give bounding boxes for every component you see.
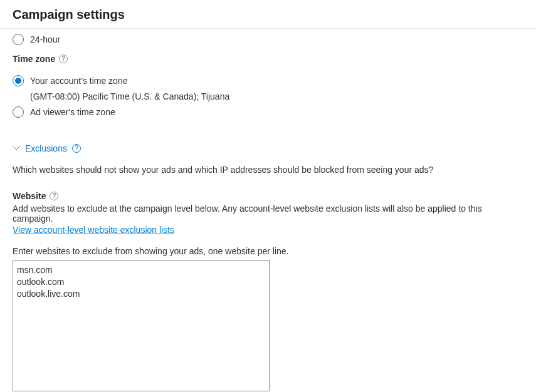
help-icon[interactable]: ? (72, 144, 81, 153)
chevron-down-icon (13, 145, 20, 152)
radio-label-24hour: 24-hour (30, 34, 60, 44)
website-label: Website ? (13, 191, 58, 201)
account-timezone-detail: (GMT-08:00) Pacific Time (U.S. & Canada)… (30, 91, 523, 101)
exclusions-label: Exclusions (25, 143, 67, 153)
radio-icon-selected (13, 75, 24, 86)
page-header: Campaign settings (0, 0, 536, 29)
page-title: Campaign settings (13, 8, 523, 22)
content-area: 24-hour Time zone ? Your account's time … (0, 29, 536, 392)
exclusions-toggle[interactable]: Exclusions ? (13, 143, 81, 153)
view-account-exclusions-link[interactable]: View account-level website exclusion lis… (13, 225, 174, 235)
website-label-text: Website (13, 191, 46, 201)
radio-24hour[interactable]: 24-hour (13, 34, 523, 45)
radio-icon (13, 34, 24, 45)
radio-adviewer-timezone[interactable]: Ad viewer's time zone (13, 106, 523, 118)
help-icon[interactable]: ? (50, 192, 58, 200)
enter-websites-label: Enter websites to exclude from showing y… (13, 246, 523, 256)
radio-dot (15, 78, 21, 84)
time-zone-label: Time zone ? (13, 54, 68, 64)
time-zone-text: Time zone (13, 54, 55, 64)
radio-icon (13, 106, 24, 118)
website-description: Add websites to exclude at the campaign … (13, 204, 523, 224)
radio-label-account-tz: Your account's time zone (30, 76, 127, 86)
help-icon[interactable]: ? (59, 54, 68, 63)
radio-account-timezone[interactable]: Your account's time zone (13, 75, 523, 86)
radio-label-adviewer-tz: Ad viewer's time zone (30, 107, 115, 117)
exclusions-intro: Which websites should not show your ads … (13, 165, 523, 175)
website-exclusion-textarea[interactable] (13, 260, 270, 391)
